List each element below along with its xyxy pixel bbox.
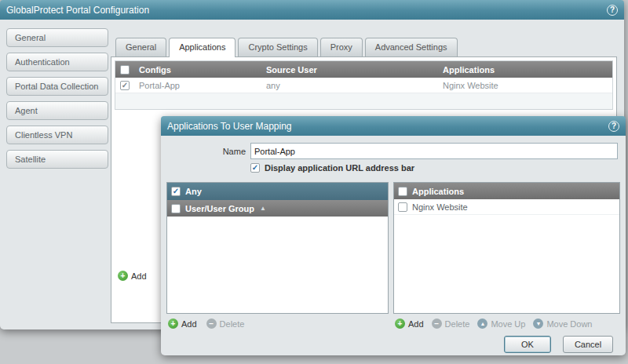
- sidebar-item-satellite[interactable]: Satellite: [6, 150, 108, 169]
- ok-button[interactable]: OK: [504, 336, 551, 353]
- cell-applications: Nginx Website: [438, 81, 612, 90]
- column-header-applications[interactable]: Applications: [438, 65, 612, 75]
- display-url-label: Display application URL address bar: [265, 163, 414, 173]
- any-label: Any: [185, 187, 202, 196]
- minus-icon: −: [432, 318, 442, 329]
- portal-dialog-title: GlobalProtect Portal Configuration: [6, 5, 607, 16]
- portal-add-label: Add: [131, 271, 147, 281]
- table-row-empty: [115, 93, 612, 109]
- tab-advanced-settings[interactable]: Advanced Settings: [365, 38, 458, 56]
- name-label: Name: [161, 147, 246, 156]
- sidebar-item-general[interactable]: General: [6, 28, 108, 47]
- plus-icon: +: [395, 318, 405, 329]
- application-row-checkbox[interactable]: [398, 202, 407, 212]
- application-add-button[interactable]: + Add: [395, 318, 424, 329]
- configs-table-header: Configs Source User Applications: [115, 61, 612, 78]
- help-icon[interactable]: ?: [607, 5, 618, 16]
- display-url-option[interactable]: Display application URL address bar: [250, 163, 414, 173]
- user-delete-button[interactable]: − Delete: [206, 318, 245, 329]
- table-row[interactable]: Portal-App any Nginx Website: [115, 78, 612, 93]
- any-row[interactable]: Any: [167, 183, 388, 200]
- name-input[interactable]: [250, 143, 618, 159]
- portal-tabs: General Applications Crypto Settings Pro…: [115, 38, 617, 56]
- portal-sidebar: General Authentication Portal Data Colle…: [6, 28, 108, 169]
- column-header-source-user[interactable]: Source User: [261, 65, 438, 75]
- tab-general[interactable]: General: [115, 38, 166, 56]
- user-group-select-all-checkbox[interactable]: [171, 204, 181, 213]
- select-all-checkbox[interactable]: [120, 65, 130, 75]
- mapping-dialog-title: Applications To User Mapping: [167, 121, 608, 132]
- user-delete-label: Delete: [220, 319, 245, 329]
- sidebar-item-authentication[interactable]: Authentication: [6, 53, 108, 71]
- tab-crypto-settings[interactable]: Crypto Settings: [238, 38, 317, 56]
- application-row-label: Nginx Website: [412, 202, 468, 212]
- applications-header[interactable]: Applications: [394, 183, 619, 199]
- application-delete-button[interactable]: − Delete: [432, 318, 470, 329]
- plus-icon: +: [168, 318, 178, 329]
- user-add-button[interactable]: + Add: [168, 318, 197, 329]
- configs-table: Configs Source User Applications Portal-…: [115, 60, 613, 110]
- tab-applications[interactable]: Applications: [169, 38, 236, 57]
- sidebar-item-portal-data-collection[interactable]: Portal Data Collection: [6, 77, 108, 96]
- cancel-button[interactable]: Cancel: [563, 336, 613, 353]
- applications-toolbar: + Add − Delete ▲ Move Up ▼ Move Down: [395, 318, 592, 329]
- applications-panel: Applications Nginx Website: [393, 182, 620, 314]
- move-down-button[interactable]: ▼ Move Down: [533, 318, 592, 329]
- row-checkbox[interactable]: [120, 81, 130, 90]
- user-group-header-label: User/User Group: [185, 204, 254, 213]
- list-item[interactable]: Nginx Website: [394, 199, 619, 215]
- mapping-dialog-titlebar: Applications To User Mapping ?: [161, 116, 626, 136]
- cell-configs[interactable]: Portal-App: [134, 81, 261, 90]
- portal-add-button[interactable]: + Add: [118, 271, 147, 281]
- user-group-toolbar: + Add − Delete: [168, 318, 244, 329]
- help-icon[interactable]: ?: [608, 121, 619, 132]
- applications-to-user-mapping-dialog: Applications To User Mapping ? Name Disp…: [161, 116, 626, 355]
- tab-proxy[interactable]: Proxy: [320, 38, 363, 56]
- user-group-panel: Any User/User Group ▲: [166, 182, 389, 314]
- application-add-label: Add: [408, 319, 424, 329]
- plus-icon: +: [118, 271, 128, 281]
- move-up-button[interactable]: ▲ Move Up: [477, 318, 525, 329]
- sidebar-item-agent[interactable]: Agent: [6, 101, 108, 120]
- application-delete-label: Delete: [445, 319, 470, 329]
- move-down-label: Move Down: [546, 319, 592, 329]
- arrow-down-icon: ▼: [533, 318, 543, 329]
- minus-icon: −: [206, 318, 217, 329]
- display-url-checkbox[interactable]: [250, 163, 260, 173]
- column-header-configs[interactable]: Configs: [134, 65, 261, 75]
- user-add-label: Add: [181, 319, 197, 329]
- portal-dialog-titlebar: GlobalProtect Portal Configuration ?: [0, 0, 624, 20]
- cell-source-user: any: [261, 81, 438, 90]
- any-checkbox[interactable]: [171, 187, 181, 196]
- user-group-header[interactable]: User/User Group ▲: [167, 200, 388, 217]
- applications-select-all-checkbox[interactable]: [398, 187, 407, 196]
- sidebar-item-clientless-vpn[interactable]: Clientless VPN: [6, 126, 108, 144]
- move-up-label: Move Up: [491, 319, 525, 329]
- applications-header-label: Applications: [412, 187, 464, 196]
- arrow-up-icon: ▲: [477, 318, 487, 329]
- sort-asc-icon: ▲: [260, 205, 266, 212]
